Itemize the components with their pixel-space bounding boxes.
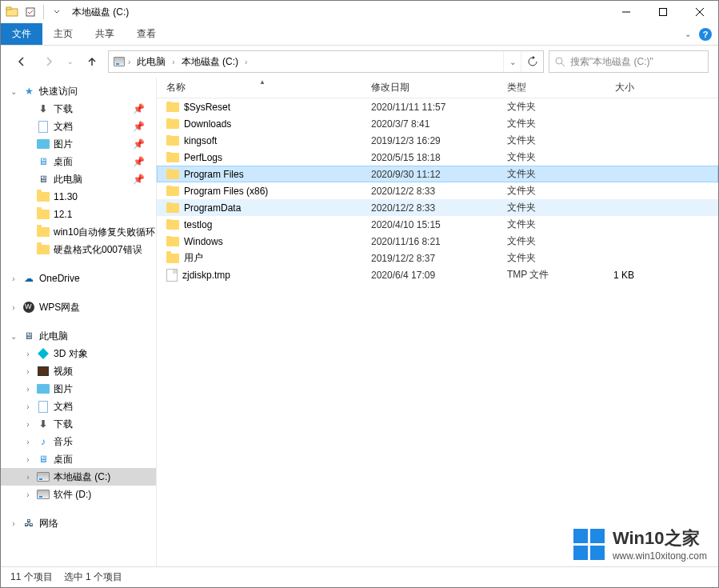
cell-date: 2020/12/2 8:33	[365, 202, 501, 214]
chevron-right-icon[interactable]: ›	[169, 58, 178, 66]
search-icon	[554, 56, 565, 67]
pin-icon: 📌	[133, 103, 145, 114]
nav-documents[interactable]: 文档📌	[1, 118, 156, 135]
ribbon-tab-file[interactable]: 文件	[1, 23, 42, 45]
nav-pictures[interactable]: 图片📌	[1, 135, 156, 153]
file-row[interactable]: Program Files2020/9/30 11:12文件夹	[157, 166, 718, 182]
pin-icon: 📌	[133, 121, 145, 132]
nav-desktop[interactable]: 🖥桌面📌	[1, 153, 156, 170]
folder-icon	[166, 237, 179, 246]
minimize-button[interactable]	[608, 1, 645, 23]
search-input[interactable]: 搜索"本地磁盘 (C:)"	[549, 50, 709, 73]
cell-date: 2020/11/16 8:21	[365, 236, 501, 247]
cell-name: Downloads	[160, 118, 365, 130]
watermark-logo-icon	[573, 529, 605, 560]
pin-icon: 📌	[133, 156, 145, 167]
qat-properties[interactable]	[22, 3, 39, 21]
file-row[interactable]: $SysReset2020/11/11 11:57文件夹	[157, 98, 718, 115]
cell-type: 文件夹	[501, 117, 577, 130]
nav-folder-1130[interactable]: 11.30	[1, 188, 156, 206]
cell-type: 文件夹	[501, 150, 577, 164]
window-title: 本地磁盘 (C:)	[70, 6, 608, 19]
status-count: 11 个项目	[10, 570, 53, 584]
nav-music[interactable]: ›♪音乐	[1, 433, 156, 450]
file-row[interactable]: zjdiskp.tmp2020/6/4 17:09TMP 文件1 KB	[157, 266, 718, 283]
qat-undo[interactable]	[48, 3, 66, 21]
cell-name: kingsoft	[160, 135, 365, 146]
cell-type: 文件夹	[501, 167, 577, 181]
watermark-title: Win10之家	[613, 526, 707, 550]
ribbon-tab-home[interactable]: 主页	[42, 23, 84, 45]
nav-thispc-pin[interactable]: 🖥此电脑📌	[1, 170, 156, 188]
col-size[interactable]: 大小	[577, 81, 641, 94]
nav-3dobjects[interactable]: ›3D 对象	[1, 345, 156, 362]
address-row: ⌄ › 此电脑 › 本地磁盘 (C:) › ⌄ 搜索"本地磁盘 (C:)"	[1, 46, 718, 78]
cell-type: TMP 文件	[501, 268, 577, 282]
cell-name: Program Files	[160, 169, 365, 180]
svg-point-7	[556, 58, 562, 64]
cell-type: 文件夹	[501, 234, 577, 248]
nav-history-button[interactable]: ⌄	[65, 50, 76, 73]
address-bar[interactable]: › 此电脑 › 本地磁盘 (C:) › ⌄	[108, 50, 544, 73]
file-rows: $SysReset2020/11/11 11:57文件夹Downloads202…	[157, 98, 718, 566]
folder-icon	[166, 136, 179, 146]
nav-pictures2[interactable]: ›图片	[1, 380, 156, 398]
help-icon[interactable]: ?	[699, 28, 712, 41]
file-row[interactable]: PerfLogs2020/5/15 18:18文件夹	[157, 149, 718, 166]
col-type[interactable]: 类型	[501, 81, 577, 94]
ribbon-tab-share[interactable]: 共享	[84, 23, 126, 45]
cell-name: $SysReset	[160, 102, 365, 113]
refresh-button[interactable]	[521, 51, 543, 72]
chevron-right-icon[interactable]: ›	[125, 58, 134, 66]
svg-rect-2	[26, 8, 34, 16]
cell-type: 文件夹	[501, 184, 577, 198]
nav-network[interactable]: ›🖧网络	[1, 514, 156, 532]
main-area: ⌄★快速访问 ⬇下载📌 文档📌 图片📌 🖥桌面📌 🖥此电脑📌 11.30 12.…	[1, 78, 718, 566]
folder-icon	[166, 220, 179, 230]
nav-thispc[interactable]: ⌄🖥此电脑	[1, 327, 156, 345]
nav-up-button[interactable]	[81, 50, 103, 73]
file-row[interactable]: Downloads2020/3/7 8:41文件夹	[157, 115, 718, 132]
ribbon-tab-view[interactable]: 查看	[126, 23, 167, 45]
nav-back-button[interactable]	[10, 50, 33, 73]
column-headers: ▲名称 修改日期 类型 大小	[157, 78, 718, 98]
file-row[interactable]: ProgramData2020/12/2 8:33文件夹	[157, 199, 718, 216]
nav-onedrive[interactable]: ›☁OneDrive	[1, 270, 156, 287]
cell-name: zjdiskp.tmp	[160, 269, 365, 282]
folder-icon	[166, 186, 179, 196]
nav-forward-button[interactable]	[38, 50, 60, 73]
cell-type: 文件夹	[501, 134, 577, 147]
cell-type: 文件夹	[501, 251, 577, 265]
nav-desktop2[interactable]: ›🖥桌面	[1, 450, 156, 468]
nav-quick-access[interactable]: ⌄★快速访问	[1, 82, 156, 100]
nav-documents2[interactable]: ›文档	[1, 398, 156, 415]
navigation-pane: ⌄★快速访问 ⬇下载📌 文档📌 图片📌 🖥桌面📌 🖥此电脑📌 11.30 12.…	[1, 78, 157, 566]
nav-folder-disk[interactable]: 硬盘格式化0007错误	[1, 241, 156, 258]
maximize-button[interactable]	[645, 1, 681, 23]
file-row[interactable]: Windows2020/11/16 8:21文件夹	[157, 233, 718, 250]
col-name[interactable]: ▲名称	[160, 81, 365, 94]
nav-downloads[interactable]: ⬇下载📌	[1, 100, 156, 118]
file-row[interactable]: 用户2019/12/2 8:37文件夹	[157, 250, 718, 266]
address-dropdown-button[interactable]: ⌄	[503, 51, 521, 72]
nav-video[interactable]: ›视频	[1, 362, 156, 380]
nav-drive-c[interactable]: ›本地磁盘 (C:)	[1, 468, 156, 486]
breadcrumb-drive[interactable]: 本地磁盘 (C:)	[178, 55, 242, 69]
file-row[interactable]: testlog2020/4/10 15:15文件夹	[157, 216, 718, 233]
cell-size: 1 KB	[577, 270, 641, 281]
file-row[interactable]: kingsoft2019/12/3 16:29文件夹	[157, 132, 718, 149]
nav-folder-win10[interactable]: win10自动修复失败循环	[1, 223, 156, 241]
watermark-url: www.win10xitong.com	[613, 550, 707, 562]
file-list: ▲名称 修改日期 类型 大小 $SysReset2020/11/11 11:57…	[157, 78, 718, 566]
ribbon-expand-icon[interactable]: ⌄	[685, 30, 691, 38]
file-row[interactable]: Program Files (x86)2020/12/2 8:33文件夹	[157, 182, 718, 199]
chevron-right-icon[interactable]: ›	[242, 58, 250, 66]
nav-downloads2[interactable]: ›⬇下载	[1, 415, 156, 433]
nav-wps[interactable]: ›WPS网盘	[1, 298, 156, 316]
close-button[interactable]	[681, 1, 718, 23]
breadcrumb-thispc[interactable]: 此电脑	[134, 55, 169, 69]
nav-folder-121[interactable]: 12.1	[1, 206, 156, 223]
nav-drive-d[interactable]: ›软件 (D:)	[1, 486, 156, 503]
col-date[interactable]: 修改日期	[365, 81, 501, 94]
drive-icon	[109, 57, 125, 66]
